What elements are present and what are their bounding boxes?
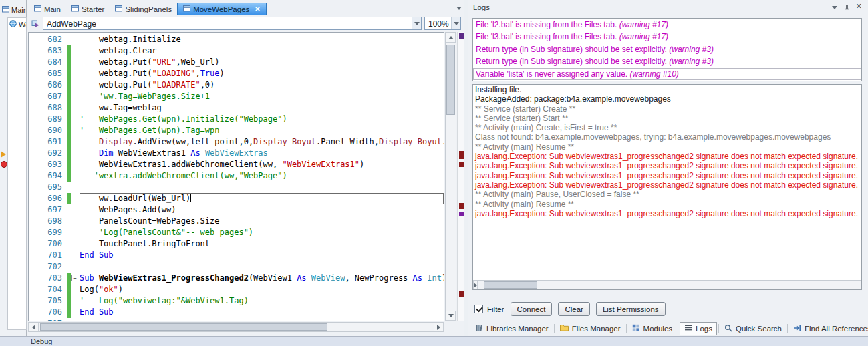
log-line[interactable]: java.lang.Exception: Sub webviewextras1_… [473,161,861,170]
warning-line[interactable]: File 'l3.bal' is missing from the Files … [473,31,861,43]
code-line[interactable]: 701End Sub [29,250,444,261]
bottom-tab-files-manager[interactable]: Files Manager [556,322,625,335]
code-line[interactable]: 704Log("ok") [29,284,444,295]
log-line[interactable]: ** Activity (main) Create, isFirst = tru… [473,123,861,132]
code-editor[interactable]: 682 webtag.Initialize683 webtag.Clear684… [28,32,444,321]
scroll-left-icon[interactable] [29,323,39,331]
log-horizontal-scrollbar[interactable] [473,280,861,289]
log-line[interactable]: ** Activity (main) Resume ** [473,200,861,209]
bottom-tab-modules[interactable]: Modules [628,322,676,335]
breakpoint-icon[interactable] [1,161,7,168]
code-line[interactable]: 695 [29,182,444,193]
code-line[interactable]: 699 'Log(PanelsCount&"-- web pages") [29,227,444,238]
bottom-tab-logs[interactable]: Logs [680,322,717,335]
tab-movewebpages[interactable]: MoveWebPages✕ [177,3,267,15]
pin-icon[interactable] [843,3,851,15]
log-line[interactable]: java.lang.Exception: Sub webviewextras1_… [473,209,861,218]
log-line[interactable]: Class not found: b4a.example.movewebpage… [473,132,861,142]
zoom-dropdown[interactable]: 100% [424,17,461,30]
scrollbar-thumb[interactable] [446,45,455,115]
logs-pane: Logs ✕ File 'l2.bal' is missing from the… [468,0,868,336]
log-line[interactable]: java.lang.Exception: Sub webviewextras1_… [473,171,861,180]
scrollbar-thumb[interactable] [484,281,537,289]
scroll-up-icon[interactable] [446,33,456,43]
warning-code: (warning #17) [619,20,668,29]
code-line[interactable]: 691 Display.AddView(ww,left_point,0,Disp… [29,136,444,148]
tab-main[interactable]: Main [29,3,66,15]
bottom-tab-libraries-manager[interactable]: Libraries Manager [471,322,553,335]
code-line[interactable]: 698 PanelsCount=WebPages.Size [29,216,444,227]
chevron-down-icon[interactable] [451,17,460,29]
code-line[interactable]: 689' WebPages.Get(wpn).Initialize("Webpa… [29,114,444,125]
log-line[interactable]: ** Service (starter) Create ** [473,104,861,114]
warning-line[interactable]: Return type (in Sub signature) should be… [473,43,861,55]
log-line[interactable]: Installing file. [473,85,861,94]
code-line[interactable]: 693 WebViewExtras1.addWebChromeClient(ww… [29,159,444,170]
tab-overflow-chevron-down-icon[interactable] [456,7,462,10]
log-line[interactable]: PackageAdded: package:b4a.example.movewe… [473,94,861,104]
editor-toolbar: AddWebPage 100% [27,16,464,31]
chevron-down-icon[interactable] [412,17,421,29]
scroll-right-icon[interactable] [434,323,444,331]
scroll-right-icon[interactable] [473,281,478,289]
log-line[interactable]: ** Activity (main) Resume ** [473,142,861,152]
close-icon[interactable]: ✕ [255,5,260,13]
code-text: 'wextra.addWebChromeClient(ww,"WebPage") [80,170,444,182]
bottom-tab-find-all-references-f7-[interactable]: Find All References (F7) [789,322,868,335]
bottom-tabbar: Libraries ManagerFiles ManagerModulesLog… [471,321,868,335]
editor-horizontal-scrollbar[interactable] [28,322,444,332]
left-dock-item-web[interactable]: Web [8,18,26,29]
module-sub-dropdown[interactable]: AddWebPage [43,17,422,30]
list-permissions-button[interactable]: List Permissions [596,302,666,316]
annotation-mark[interactable] [459,162,464,167]
annotation-mark[interactable] [459,291,464,297]
code-line[interactable]: 707 [29,318,444,321]
code-line[interactable]: 703−Sub WebViewExtras1_ProgressChanged2(… [29,273,444,284]
code-line[interactable]: 690' WebPages.Get(wpn).Tag=wpn [29,125,444,136]
tab-starter[interactable]: Starter [66,3,110,15]
scroll-down-icon[interactable] [446,311,456,321]
code-line[interactable]: 700 TouchPanel.BringToFront [29,238,444,250]
connect-button[interactable]: Connect [511,302,553,316]
scrollbar-thumb[interactable] [40,323,327,331]
clear-button[interactable]: Clear [558,302,589,316]
editor-vertical-scrollbar[interactable] [445,32,456,321]
code-token: .Pa [442,137,444,146]
code-line[interactable]: 692 Dim WebViewExtras1 As WebViewExtras [29,148,444,159]
code-line[interactable]: 702 [29,261,444,273]
code-line[interactable]: 696 ww.LoadUrl(Web_Url) [29,193,444,204]
chevron-down-icon[interactable] [832,6,837,9]
code-line[interactable]: 686 webtag.Put("LOADRATE",0) [29,79,444,91]
code-line[interactable]: 694 'wextra.addWebChromeClient(ww,"WebPa… [29,170,444,182]
code-line[interactable]: 697 WebPages.Add(ww) [29,204,444,216]
left-dock-title[interactable]: Main [2,5,26,15]
bottom-tab-quick-search[interactable]: Quick Search [720,322,786,335]
code-token: End Sub [80,307,114,317]
code-line[interactable]: 688 ww.Tag=webtag [29,102,444,114]
annotation-mark[interactable] [459,33,464,39]
code-text: ' WebPages.Get(wpn).Initialize("Webpage"… [80,114,444,125]
code-line[interactable]: 705' Log("webviwetag:"&WebView1.Tag) [29,295,444,307]
annotation-mark[interactable] [459,212,464,216]
code-line[interactable]: 683 webtag.Clear [29,45,444,57]
log-line[interactable]: ** Service (starter) Start ** [473,114,861,123]
code-line[interactable]: 685 webtag.Put("LOADING",True) [29,68,444,79]
warning-line[interactable]: Variable 'lista' is never assigned any v… [473,68,861,80]
code-line[interactable]: 706End Sub [29,307,444,318]
filter-checkbox[interactable] [474,305,483,313]
warning-line[interactable]: File 'l2.bal' is missing from the Files … [473,19,861,31]
code-line[interactable]: 684 webtag.Put("URL",Web_Url) [29,57,444,68]
tab-slidingpanels[interactable]: SlidingPanels [110,3,177,15]
collapse-icon[interactable]: − [71,275,78,281]
log-line[interactable]: java.lang.Exception: Sub webviewextras1_… [473,152,861,161]
warning-line[interactable]: Return type (in Sub signature) should be… [473,55,861,67]
close-icon[interactable]: ✕ [856,2,862,11]
annotation-mark[interactable] [459,151,464,159]
code-line[interactable]: 687 'ww.Tag=WebPages.Size+1 [29,91,444,102]
annotation-mark[interactable] [459,203,464,209]
code-text: webtag.Put("LOADRATE",0) [80,79,444,91]
code-line[interactable]: 682 webtag.Initialize [29,34,444,45]
log-line[interactable]: java.lang.Exception: Sub webviewextras1_… [473,180,861,190]
log-line[interactable]: ** Activity (main) Pause, UserClosed = f… [473,190,861,199]
text-cursor [190,194,191,202]
